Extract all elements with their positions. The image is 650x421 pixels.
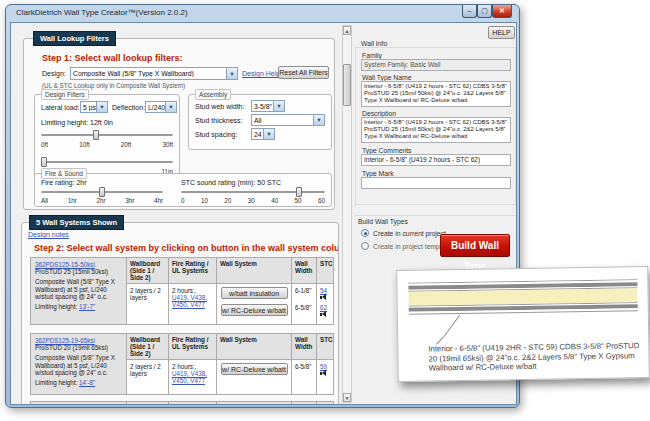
slider-track xyxy=(181,191,325,193)
ul-link[interactable]: U419 xyxy=(172,370,191,377)
callout-text: Interior - 6-5/8" (U419 2HR - STC 59) CD… xyxy=(428,341,640,373)
scrollbar-thumb[interactable] xyxy=(343,64,351,106)
col-fire-rating: Fire Rating / UL Systems xyxy=(169,258,217,283)
slider-thumb[interactable] xyxy=(93,130,99,140)
stud-product: ProSTUD 20 (19mil 65ksi) xyxy=(35,344,108,351)
stud-spacing-select[interactable]: 24 ▼ xyxy=(251,128,275,140)
maximize-button[interactable]: ▢ xyxy=(477,5,492,18)
fire-prefix: 2 hours: xyxy=(172,287,197,294)
wall-system-cell: w/batt insulation w/ RC-Deluxe w/batt xyxy=(217,284,292,324)
wall-lookup-filters-header: Wall Lookup Filters xyxy=(33,31,116,46)
ul-link[interactable]: V450 xyxy=(172,377,190,384)
design-select-value: Composite Wall (5/8" Type X Wallboard) xyxy=(71,70,226,77)
ft-tick-labels: 0ft 10ft 20ft 30ft xyxy=(41,141,173,148)
chevron-down-icon: ▼ xyxy=(226,68,237,79)
stud-web-width-select[interactable]: 3-5/8" ▼ xyxy=(251,100,285,112)
type-comments-label: Type Comments xyxy=(362,147,411,154)
ul-link[interactable]: V477 xyxy=(190,301,205,308)
close-button[interactable]: ✕ xyxy=(492,5,512,18)
col-wallboard: Wallboard (Side 1 / Side 2) xyxy=(127,334,169,359)
build-wall-types-label: Build Wall Types xyxy=(358,218,408,225)
window-title: ClarkDietrich Wall Type Creator™(Version… xyxy=(16,8,188,17)
wall-system-button[interactable]: w/ RC-Deluxe w/batt xyxy=(221,363,288,375)
create-current-project-radio[interactable] xyxy=(361,229,369,237)
limiting-height-link[interactable]: 14'-8" xyxy=(79,379,95,386)
description-field[interactable]: Interior - 6-5/8" (U419 2 hours - STC 62… xyxy=(361,117,511,143)
type-comments-field[interactable]: Interior - 6-5/8" (U419 2 hours - STC 62… xyxy=(361,154,511,166)
fire-rating-cell: 2 hours: U419 V438 V450 V477 xyxy=(169,284,217,324)
deflection-select[interactable]: L/240 ▼ xyxy=(145,101,177,113)
stc-link[interactable]: 54 xyxy=(320,287,327,294)
limiting-height-in-slider[interactable] xyxy=(41,157,173,167)
slider-thumb[interactable] xyxy=(296,187,302,197)
chevron-down-icon: ▼ xyxy=(165,102,176,112)
wall-preview-callout: Interior - 6-5/8" (U419 2HR - STC 59) CD… xyxy=(396,266,650,382)
stud-designator-link[interactable]: 362PDS125-19-65ksi xyxy=(35,337,95,344)
wall-description: Composite Wall (5/8" Type X Wallboard) a… xyxy=(35,354,115,375)
deflection-label: Deflection: xyxy=(112,104,145,111)
slider-thumb[interactable] xyxy=(99,187,105,197)
stud-info-cell xyxy=(31,402,127,405)
fire-prefix: 2 hours: xyxy=(172,363,197,370)
tick-label: 0ft xyxy=(41,141,48,148)
stud-designator-link[interactable]: 362PDS125-15-50ksi xyxy=(35,261,95,268)
ul-link[interactable]: V438 xyxy=(191,370,207,377)
stud-web-width-label: Stud web width: xyxy=(195,103,244,110)
help-button[interactable]: HELP xyxy=(488,26,515,39)
wall-type-name-field[interactable]: Interior - 6-5/8" (U419 2 hours - STC 62… xyxy=(361,81,511,107)
stc-link[interactable]: 59 xyxy=(320,363,327,370)
design-notes-link[interactable]: Design notes xyxy=(28,231,69,238)
wall-description: Composite Wall (5/8" Type X Wallboard) a… xyxy=(35,278,115,299)
design-help-link[interactable]: Design Help xyxy=(242,70,280,77)
stc-rating-slider[interactable] xyxy=(181,187,325,197)
table-header-row: Wallboard (Side 1 / Side 2) Fire Rating … xyxy=(127,334,333,360)
wall-info-title: Wall Info xyxy=(361,40,387,47)
design-label: Design: xyxy=(42,70,66,77)
col-wall-width: Wall Width xyxy=(292,258,317,283)
col-wall-system: Wall System xyxy=(217,258,292,283)
reset-all-filters-button[interactable]: Reset All Filters xyxy=(278,66,329,79)
stud-thickness-select[interactable]: All ▼ xyxy=(251,114,325,126)
ul-link[interactable]: V438 xyxy=(191,294,207,301)
minimize-button[interactable]: – xyxy=(462,5,477,18)
lateral-load-select[interactable]: 5 psf ▼ xyxy=(80,101,108,113)
stud-product: ProSTUD 25 (15mil 50ksi) xyxy=(35,268,108,275)
wall-system-table-partial: Wallboard (Side 1 / Side 2) Fire Rating … xyxy=(30,401,334,405)
design-select[interactable]: Composite Wall (5/8" Type X Wallboard) ▼ xyxy=(70,67,238,80)
vertical-scrollbar[interactable]: ▲ ▼ xyxy=(342,25,352,403)
speaker-icon[interactable] xyxy=(320,370,328,377)
table-header-row: Wallboard (Side 1 / Side 2) Fire Rating … xyxy=(127,258,333,284)
ul-link[interactable]: U419 xyxy=(172,294,191,301)
speaker-icon[interactable] xyxy=(320,311,328,318)
wall-system-table: 362PDS125-15-50ksi ProSTUD 25 (15mil 50k… xyxy=(30,257,334,325)
stc-link[interactable]: 62 xyxy=(320,304,327,311)
assembly-title: Assembly xyxy=(195,89,231,100)
design-filters-title: Design Filters xyxy=(41,89,89,100)
speaker-icon[interactable] xyxy=(320,294,328,301)
type-mark-field[interactable] xyxy=(361,177,511,189)
wall-width-cell: 6-1/8" 6-5/8" xyxy=(292,284,317,324)
family-field: System Family: Basic Wall xyxy=(361,59,511,71)
limiting-height-ft-slider[interactable] xyxy=(41,130,173,140)
page: ClarkDietrich Wall Type Creator™(Version… xyxy=(0,0,650,421)
slider-thumb[interactable] xyxy=(41,157,47,167)
fire-rating-slider[interactable] xyxy=(41,187,163,197)
title-bar[interactable]: ClarkDietrich Wall Type Creator™(Version… xyxy=(6,5,519,22)
ul-link[interactable]: V450 xyxy=(172,301,190,308)
wall-system-button[interactable]: w/batt insulation xyxy=(221,287,288,299)
limiting-height-link[interactable]: 13'-7" xyxy=(79,303,95,310)
create-project-template-radio[interactable] xyxy=(361,242,369,250)
wall-width-value: 6-1/8" xyxy=(295,287,313,304)
wall-width-value: 6-5/8" xyxy=(295,304,313,321)
wall-width-value: 6-5/8" xyxy=(295,363,313,380)
tick-label: 20ft xyxy=(121,141,132,148)
lateral-load-value: 5 psf xyxy=(81,104,96,111)
scroll-down-icon[interactable]: ▼ xyxy=(343,393,351,402)
build-wall-type-button[interactable]: Build Wall Type xyxy=(440,234,510,257)
tick-label: 1hr xyxy=(68,197,77,204)
design-note: (UL & STC Lookup only in Composite Wall … xyxy=(42,82,185,89)
ul-link[interactable]: V477 xyxy=(190,377,205,384)
chevron-down-icon: ▼ xyxy=(96,102,107,112)
wall-system-button[interactable]: w/ RC-Deluxe w/batt xyxy=(221,304,288,316)
scroll-up-icon[interactable]: ▲ xyxy=(343,26,351,35)
